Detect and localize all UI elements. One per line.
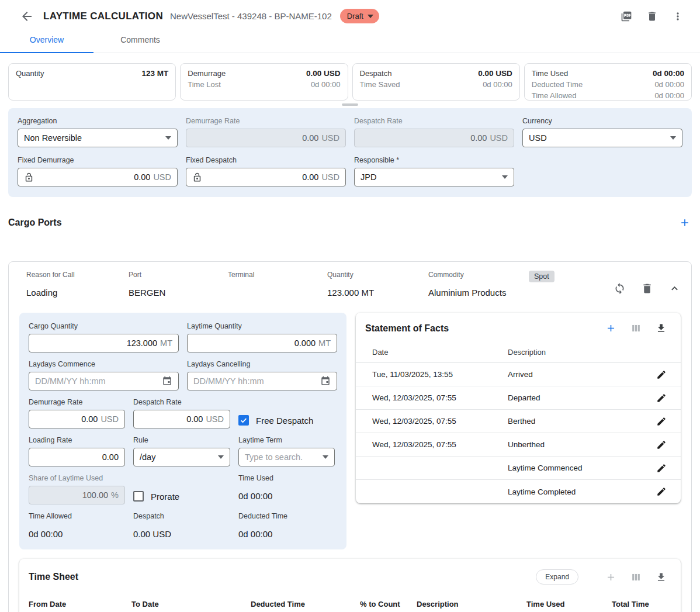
calendar-icon[interactable] xyxy=(162,376,172,386)
time-sheet-panel: Time Sheet Expand From DateTo DateDeduct… xyxy=(19,559,681,612)
laydays-commence-label: Laydays Commence xyxy=(29,360,179,368)
page-subtitle: NewVesselTest - 439248 - BP-NAME-102 xyxy=(170,11,332,21)
port-demurrage-rate-input[interactable] xyxy=(35,414,98,424)
summary-value: 0d 00:00 xyxy=(483,79,512,90)
sync-icon[interactable] xyxy=(614,282,626,295)
expand-button[interactable]: Expand xyxy=(536,569,578,585)
sof-description: Arrived xyxy=(508,370,656,379)
laydays-cancelling-label: Laydays Cancelling xyxy=(187,360,337,368)
summary-card-demurrage: Demurrage0.00 USDTime Lost0d 00:00 xyxy=(180,63,348,101)
commodity-field: Commodity Aluminium Products xyxy=(428,271,529,298)
unit-label: % xyxy=(111,490,119,500)
status-badge[interactable]: Draft xyxy=(340,9,379,23)
laydays-cancelling-field: Laydays Cancelling xyxy=(187,360,337,390)
summary-label: Time Allowed xyxy=(532,90,577,101)
quantity-label: Quantity xyxy=(327,271,428,279)
edit-icon[interactable] xyxy=(656,440,667,450)
edit-icon[interactable] xyxy=(656,369,667,380)
fixed-demurrage-field: Fixed Demurrage USD xyxy=(18,156,178,186)
spot-badge: Spot xyxy=(529,271,555,282)
unit-label: USD xyxy=(321,172,339,182)
columns-icon[interactable] xyxy=(630,323,642,334)
port-demurrage-rate-field: Demurrage Rate USD xyxy=(29,398,125,428)
time-used-value: 0d 00:00 xyxy=(238,491,335,501)
summary-row: Time Allowed0d 00:00 xyxy=(532,90,684,101)
laydays-cancelling-box xyxy=(187,372,337,390)
loading-rate-input[interactable] xyxy=(35,452,119,462)
collapse-icon[interactable] xyxy=(668,282,681,295)
add-port-icon[interactable] xyxy=(679,217,691,229)
unit-label: USD xyxy=(101,414,119,424)
port-summary-row: Reason for Call Loading Port BERGEN Term… xyxy=(9,262,691,298)
tab-overview[interactable]: Overview xyxy=(0,29,93,53)
columns-icon[interactable] xyxy=(630,572,642,583)
free-despatch-field: Free Despatch xyxy=(238,412,335,428)
tab-comments[interactable]: Comments xyxy=(93,29,187,53)
time-used-label: Time Used xyxy=(238,474,335,482)
responsible-select[interactable]: JPD xyxy=(354,168,514,186)
timesheet-column-header: From Date xyxy=(29,600,131,608)
download-icon[interactable] xyxy=(656,572,667,583)
summary-value: 123 MT xyxy=(141,68,168,79)
fixed-demurrage-box: USD xyxy=(18,168,178,186)
unit-label: MT xyxy=(160,338,172,348)
free-despatch-label: Free Despatch xyxy=(256,416,313,426)
edit-icon[interactable] xyxy=(656,486,667,497)
cargo-quantity-input[interactable] xyxy=(35,338,157,348)
fixed-despatch-input[interactable] xyxy=(206,172,318,182)
statement-of-facts-panel: Statement of Facts Date Description xyxy=(356,313,681,503)
aggregation-select[interactable]: Non Reversible xyxy=(18,129,178,147)
summary-label: Despatch xyxy=(360,68,392,79)
pdf-export-icon[interactable] xyxy=(621,11,632,22)
share-of-laytime-label: Share of Laytime Used xyxy=(29,474,125,482)
cargo-port-card: Reason for Call Loading Port BERGEN Term… xyxy=(8,261,692,612)
unit-label: USD xyxy=(153,172,171,182)
fixed-despatch-label: Fixed Despatch xyxy=(186,156,346,164)
aggregation-value: Non Reversible xyxy=(24,133,82,143)
timesheet-column-header: Deducted Time xyxy=(251,600,360,608)
share-of-laytime-field: Share of Laytime Used % xyxy=(29,474,125,504)
free-despatch-checkbox[interactable] xyxy=(238,415,249,426)
prorate-checkbox[interactable] xyxy=(133,491,144,502)
calendar-icon[interactable] xyxy=(320,376,331,386)
sof-date: Tue, 11/03/2025, 13:55 xyxy=(372,370,508,379)
rule-select[interactable]: /day xyxy=(133,448,230,466)
add-fact-icon[interactable] xyxy=(605,323,616,334)
time-allowed-stat: Time Allowed 0d 00:00 xyxy=(29,512,125,539)
port-label: Port xyxy=(129,271,228,279)
edit-icon[interactable] xyxy=(656,393,667,403)
more-options-icon[interactable] xyxy=(672,11,684,22)
despatch-rate-input xyxy=(361,133,487,143)
responsible-label: Responsible * xyxy=(354,156,514,164)
sof-row: Wed, 12/03/2025, 07:55Berthed xyxy=(356,410,681,433)
currency-select[interactable]: USD xyxy=(522,129,682,147)
summary-row: Deducted Time0d 00:00 xyxy=(532,79,684,90)
loading-rate-label: Loading Rate xyxy=(29,436,125,444)
laytime-term-field: Laytime Term Type to search. xyxy=(238,436,335,466)
unit-label: MT xyxy=(318,338,331,348)
laydays-cancelling-input[interactable] xyxy=(193,376,317,386)
sof-description: Berthed xyxy=(508,417,656,426)
delete-icon[interactable] xyxy=(646,11,658,22)
sof-description: Laytime Commenced xyxy=(508,464,656,472)
demurrage-rate-label: Demurrage Rate xyxy=(29,398,125,406)
port-despatch-rate-input[interactable] xyxy=(140,414,203,424)
back-arrow-icon[interactable] xyxy=(20,9,34,23)
add-timesheet-icon[interactable] xyxy=(605,572,616,583)
edit-icon[interactable] xyxy=(656,463,667,473)
download-icon[interactable] xyxy=(656,323,667,334)
commodity-value: Aluminium Products xyxy=(428,288,529,298)
deducted-time-label: Deducted Time xyxy=(238,512,335,520)
delete-port-icon[interactable] xyxy=(641,282,653,295)
unit-label: USD xyxy=(490,133,508,143)
laydays-commence-input[interactable] xyxy=(35,376,158,386)
laytime-quantity-input[interactable] xyxy=(193,338,316,348)
laytime-term-select[interactable]: Type to search. xyxy=(238,448,335,466)
lock-open-icon[interactable] xyxy=(24,172,34,182)
resize-handle[interactable] xyxy=(342,103,358,106)
fixed-demurrage-input[interactable] xyxy=(37,172,150,182)
summary-label: Quantity xyxy=(16,68,44,79)
unit-label: USD xyxy=(206,414,224,424)
lock-open-icon[interactable] xyxy=(192,172,202,182)
edit-icon[interactable] xyxy=(656,416,667,427)
